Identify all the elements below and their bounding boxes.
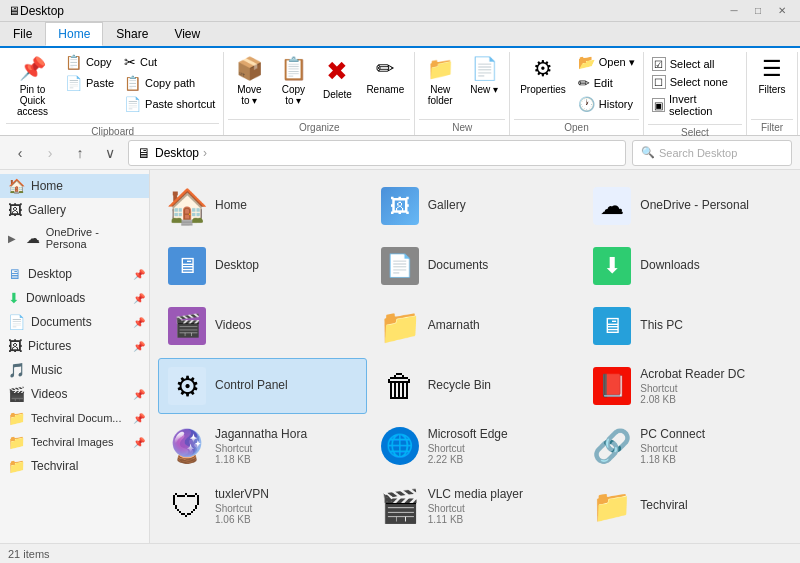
music-nav-icon: 🎵	[8, 362, 25, 378]
sidebar-item-home[interactable]: 🏠 Home	[0, 174, 149, 198]
invert-selection-button[interactable]: ▣ Invert selection	[650, 92, 740, 118]
minimize-btn[interactable]: ─	[724, 4, 744, 18]
path-icon: 🖥	[137, 145, 151, 161]
search-icon: 🔍	[641, 146, 655, 159]
search-box[interactable]: 🔍 Search Desktop	[632, 140, 792, 166]
acrobat-sub1: Shortcut	[640, 383, 745, 394]
paste-button[interactable]: 📄 Paste	[61, 73, 118, 93]
sidebar-item-gallery[interactable]: 🖼 Gallery	[0, 198, 149, 222]
paste-label: Paste	[86, 77, 114, 89]
move-to-button[interactable]: 📦 Moveto ▾	[228, 52, 270, 110]
edit-label: Edit	[594, 77, 613, 89]
properties-icon: ⚙	[533, 56, 553, 82]
tab-share[interactable]: Share	[103, 22, 161, 46]
sidebar-item-pictures[interactable]: 🖼 Pictures 📌	[0, 334, 149, 358]
properties-label: Properties	[520, 84, 566, 95]
file-item-home[interactable]: 🏠 Home	[158, 178, 367, 234]
file-item-desktop[interactable]: 🖥 Desktop	[158, 238, 367, 294]
up-button[interactable]: ↑	[68, 141, 92, 165]
move-label: Moveto ▾	[237, 84, 261, 106]
sidebar-home-label: Home	[31, 179, 63, 193]
recent-button[interactable]: ∨	[98, 141, 122, 165]
tab-home[interactable]: Home	[45, 22, 103, 46]
tuxler-sub2: 1.06 KB	[215, 514, 269, 525]
sidebar-techviral-label: Techviral	[31, 459, 78, 473]
file-item-edge[interactable]: 🌐 Microsoft Edge Shortcut 2.22 KB	[371, 418, 580, 474]
file-item-amarnath[interactable]: 📁 Amarnath	[371, 298, 580, 354]
copy-path-button[interactable]: 📋 Copy path	[120, 73, 219, 93]
file-item-onedrive[interactable]: ☁ OneDrive - Personal	[583, 178, 792, 234]
techviral-docum-icon: 📁	[8, 410, 25, 426]
file-item-thispc[interactable]: 🖥 This PC	[583, 298, 792, 354]
new-item-button[interactable]: 📄 New ▾	[463, 52, 505, 99]
forward-button[interactable]: ›	[38, 141, 62, 165]
file-item-gallery[interactable]: 🖼 Gallery	[371, 178, 580, 234]
sidebar-desktop-label: Desktop	[28, 267, 72, 281]
copy-to-button[interactable]: 📋 Copyto ▾	[272, 52, 314, 110]
edit-button[interactable]: ✏ Edit	[574, 73, 639, 93]
documents-file-name: Documents	[428, 258, 489, 274]
file-item-acrobat[interactable]: 📕 Acrobat Reader DC Shortcut 2.08 KB	[583, 358, 792, 414]
sidebar-item-music[interactable]: 🎵 Music	[0, 358, 149, 382]
close-btn[interactable]: ✕	[772, 4, 792, 18]
file-item-techviral-grid[interactable]: 📁 Techviral	[583, 478, 792, 534]
documents-pin: 📌	[133, 317, 145, 328]
file-item-documents[interactable]: 📄 Documents	[371, 238, 580, 294]
videos-file-info: Videos	[215, 318, 251, 334]
sidebar-item-videos[interactable]: 🎬 Videos 📌	[0, 382, 149, 406]
properties-button[interactable]: ⚙ Properties	[514, 52, 572, 99]
file-item-pc-connect[interactable]: 🔗 PC Connect Shortcut 1.18 KB	[583, 418, 792, 474]
file-item-downloads[interactable]: ⬇ Downloads	[583, 238, 792, 294]
sidebar-item-onedrive[interactable]: ▶ ☁ OneDrive - Persona	[0, 222, 149, 254]
sidebar-music-label: Music	[31, 363, 62, 377]
rename-button[interactable]: ✏ Rename	[360, 52, 410, 99]
tab-file[interactable]: File	[0, 22, 45, 46]
ribbon-group-select: ☑ Select all ☐ Select none ▣ Invert sele…	[644, 52, 747, 135]
sidebar-item-techviral-images[interactable]: 📁 Techviral Images 📌	[0, 430, 149, 454]
select-none-button[interactable]: ☐ Select none	[650, 74, 730, 90]
file-item-jagannatha[interactable]: 🔮 Jagannatha Hora Shortcut 1.18 KB	[158, 418, 367, 474]
filters-button[interactable]: ☰ Filters	[751, 52, 793, 99]
jagannatha-sub2: 1.18 KB	[215, 454, 307, 465]
maximize-btn[interactable]: □	[748, 4, 768, 18]
status-text: 21 items	[8, 548, 50, 560]
select-all-button[interactable]: ☑ Select all	[650, 56, 717, 72]
copy-path-label: Copy path	[145, 77, 195, 89]
history-button[interactable]: 🕐 History	[574, 94, 639, 114]
pc-connect-info: PC Connect Shortcut 1.18 KB	[640, 427, 705, 465]
address-path[interactable]: 🖥 Desktop ›	[128, 140, 626, 166]
back-button[interactable]: ‹	[8, 141, 32, 165]
open-button[interactable]: 📂 Open ▾	[574, 52, 639, 72]
select-all-check: ☑	[652, 57, 666, 71]
tab-view[interactable]: View	[161, 22, 213, 46]
delete-button[interactable]: ✖ Delete	[316, 52, 358, 104]
sidebar-item-desktop[interactable]: 🖥 Desktop 📌	[0, 262, 149, 286]
file-item-videos[interactable]: 🎬 Videos	[158, 298, 367, 354]
file-item-recycle-bin[interactable]: 🗑 Recycle Bin	[371, 358, 580, 414]
sidebar-item-downloads[interactable]: ⬇ Downloads 📌	[0, 286, 149, 310]
new-content: 📁 Newfolder 📄 New ▾	[419, 52, 505, 117]
sidebar-item-techviral[interactable]: 📁 Techviral	[0, 454, 149, 478]
sidebar-techviral-docum-label: Techviral Docum...	[31, 412, 121, 424]
gallery-nav-icon: 🖼	[8, 202, 22, 218]
file-item-vlc[interactable]: 🎬 VLC media player Shortcut 1.11 KB	[371, 478, 580, 534]
sidebar-documents-label: Documents	[31, 315, 92, 329]
address-bar: ‹ › ↑ ∨ 🖥 Desktop › 🔍 Search Desktop	[0, 136, 800, 170]
paste-shortcut-button[interactable]: 📄 Paste shortcut	[120, 94, 219, 114]
file-item-control-panel[interactable]: ⚙ Control Panel	[158, 358, 367, 414]
pin-quick-button[interactable]: 📌 Pin to Quickaccess	[6, 52, 59, 121]
edge-icon: 🌐	[380, 426, 420, 466]
acrobat-info: Acrobat Reader DC Shortcut 2.08 KB	[640, 367, 745, 405]
new-folder-button[interactable]: 📁 Newfolder	[419, 52, 461, 110]
sidebar-item-documents[interactable]: 📄 Documents 📌	[0, 310, 149, 334]
rename-label: Rename	[366, 84, 404, 95]
copy-button[interactable]: 📋 Copy	[61, 52, 118, 72]
title-bar-text: Desktop	[20, 4, 64, 18]
file-item-tuxler[interactable]: 🛡 tuxlerVPN Shortcut 1.06 KB	[158, 478, 367, 534]
sidebar-item-techviral-docum[interactable]: 📁 Techviral Docum... 📌	[0, 406, 149, 430]
select-all-label: Select all	[670, 58, 715, 70]
paste-shortcut-label: Paste shortcut	[145, 98, 215, 110]
cut-button[interactable]: ✂ Cut	[120, 52, 219, 72]
ribbon-group-organize: 📦 Moveto ▾ 📋 Copyto ▾ ✖ Delete ✏ Rename …	[224, 52, 415, 135]
acrobat-sub2: 2.08 KB	[640, 394, 745, 405]
